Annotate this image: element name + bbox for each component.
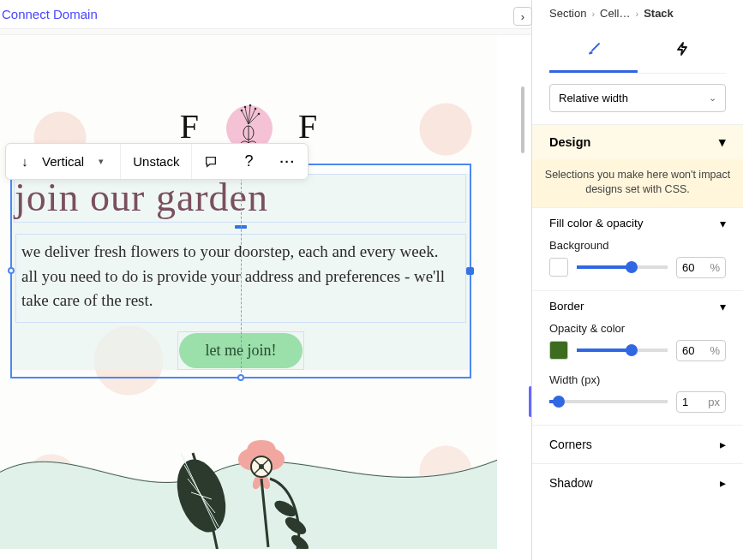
heading-text: join our garden xyxy=(15,175,462,220)
comment-icon xyxy=(204,154,218,170)
border-width-input[interactable]: 1 px xyxy=(676,391,726,413)
border-section-header[interactable]: Border ▾ xyxy=(549,300,726,313)
fill-section-header[interactable]: Fill color & opacity ▾ xyxy=(549,217,726,230)
background-color-swatch[interactable] xyxy=(549,258,568,277)
chevron-right-icon: › xyxy=(521,10,524,23)
border-label: Border xyxy=(549,300,584,313)
width-label: Width (px) xyxy=(549,373,726,386)
inspector-panel: Section › Cell… › Stack Relative width ⌄ xyxy=(532,0,743,560)
tab-animation[interactable] xyxy=(638,32,726,73)
connect-domain-link[interactable]: Connect Domain xyxy=(0,0,531,28)
design-section-header[interactable]: Design ▾ xyxy=(532,124,743,159)
stack-selection[interactable]: ‹ Stack #box19 ⚡ join our garden xyxy=(10,164,471,378)
width-mode-select[interactable]: Relative width ⌄ xyxy=(549,84,726,112)
css-override-note: Selections you make here won't impact de… xyxy=(532,159,743,207)
center-guide xyxy=(241,165,242,377)
panel-resize-handle[interactable] xyxy=(529,386,531,417)
svg-point-6 xyxy=(241,110,243,112)
fill-label: Fill color & opacity xyxy=(549,217,644,229)
background-label: Background xyxy=(549,239,726,252)
logo-letter-left: F xyxy=(180,106,199,146)
help-icon: ? xyxy=(242,152,255,170)
header-divider xyxy=(0,28,531,35)
direction-dropdown[interactable]: ↓ Vertical ▾ xyxy=(6,144,120,179)
caret-down-icon: ▾ xyxy=(720,217,726,230)
caret-right-icon: ▸ xyxy=(720,476,726,490)
shadow-label: Shadow xyxy=(549,476,593,490)
flower-illustration xyxy=(167,427,330,549)
unstack-button[interactable]: Unstack xyxy=(121,144,191,179)
shadow-section-header[interactable]: Shadow ▸ xyxy=(532,463,743,502)
caret-down-icon: ▾ xyxy=(720,300,726,313)
svg-point-9 xyxy=(255,108,257,110)
svg-point-12 xyxy=(283,514,309,538)
breadcrumb-current: Stack xyxy=(644,7,674,20)
page-preview[interactable]: F xyxy=(0,35,497,549)
chevron-right-icon: › xyxy=(591,9,595,19)
corners-section-header[interactable]: Corners ▸ xyxy=(532,425,743,463)
svg-point-7 xyxy=(244,106,247,109)
breadcrumb-section[interactable]: Section xyxy=(549,7,586,20)
border-opacity-slider[interactable] xyxy=(577,349,668,352)
design-label: Design xyxy=(549,135,590,149)
caret-down-icon: ▾ xyxy=(719,135,726,149)
help-button[interactable]: ? xyxy=(230,144,267,179)
caret-right-icon: ▸ xyxy=(720,438,726,451)
site-logo: F xyxy=(0,35,497,152)
panel-collapse-toggle[interactable]: › xyxy=(513,7,532,26)
chevron-right-icon: › xyxy=(635,9,638,19)
svg-point-10 xyxy=(258,113,261,116)
background-opacity-slider[interactable] xyxy=(577,265,668,269)
logo-letter-right: F xyxy=(298,106,317,146)
opacity-color-label: Opacity & color xyxy=(549,322,726,335)
canvas-area: Connect Domain › F xyxy=(0,0,532,560)
breadcrumb: Section › Cell… › Stack xyxy=(532,0,743,32)
comment-button[interactable] xyxy=(192,144,230,179)
heading-cell[interactable]: join our garden xyxy=(14,174,466,223)
svg-point-8 xyxy=(249,104,252,107)
direction-label: Vertical xyxy=(42,154,84,169)
floating-toolbar: ↓ Vertical ▾ Unstack ? xyxy=(5,143,309,180)
more-button[interactable]: ··· xyxy=(267,144,308,179)
corners-label: Corners xyxy=(549,438,592,451)
chevron-down-icon: ▾ xyxy=(94,156,108,167)
svg-line-2 xyxy=(245,107,249,124)
scrollbar[interactable] xyxy=(521,86,524,153)
width-mode-label: Relative width xyxy=(559,92,628,104)
svg-line-5 xyxy=(249,114,259,124)
resize-handle-bottom[interactable] xyxy=(237,374,244,381)
tab-design[interactable] xyxy=(549,32,638,73)
chevron-down-icon: ⌄ xyxy=(709,92,716,104)
resize-handle-right[interactable] xyxy=(466,267,474,275)
bolt-icon xyxy=(674,41,690,60)
border-width-slider[interactable] xyxy=(549,400,668,403)
breadcrumb-cell[interactable]: Cell… xyxy=(600,7,630,20)
unstack-label: Unstack xyxy=(133,154,179,169)
background-opacity-input[interactable]: 60 % xyxy=(676,257,726,278)
brush-icon xyxy=(585,40,602,61)
border-opacity-input[interactable]: 60 % xyxy=(676,340,726,361)
border-color-swatch[interactable] xyxy=(549,341,568,360)
arrow-down-icon: ↓ xyxy=(18,154,32,169)
ellipsis-icon: ··· xyxy=(279,154,296,169)
